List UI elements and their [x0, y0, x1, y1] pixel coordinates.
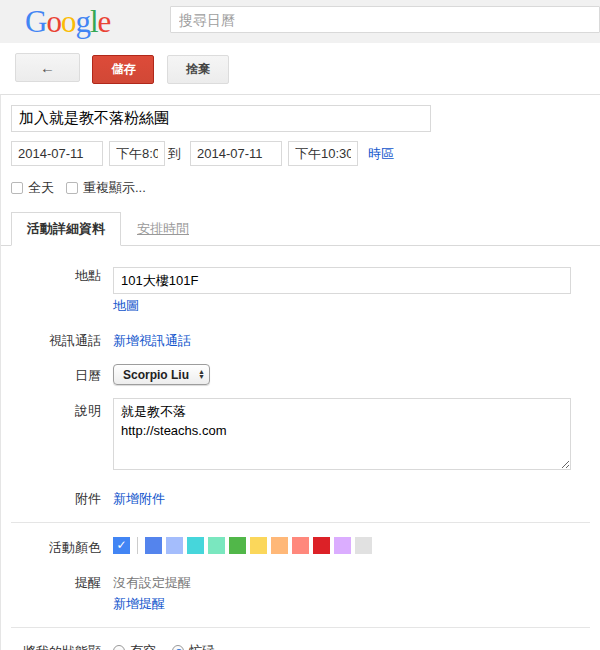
- logo-letter: g: [75, 4, 90, 39]
- repeat-checkbox[interactable]: 重複顯示...: [66, 179, 146, 197]
- reminder-label: 提醒: [11, 570, 113, 592]
- location-label: 地點: [11, 263, 113, 285]
- back-button[interactable]: ←: [15, 53, 80, 82]
- color-swatch[interactable]: [355, 537, 372, 554]
- logo-letter: o: [61, 4, 76, 39]
- color-swatch[interactable]: [271, 537, 288, 554]
- radio-option-label: 有空: [130, 642, 156, 650]
- start-time-input[interactable]: [109, 141, 165, 166]
- action-toolbar: ← 儲存 捨棄: [0, 43, 600, 94]
- select-stepper-icon: ▲▼: [198, 370, 205, 380]
- event-edit-panel: 到 時區 全天 重複顯示... 活動詳細資料 安排時間 地點 地圖 視訊通話 新…: [0, 94, 600, 650]
- end-date-input[interactable]: [190, 141, 282, 166]
- top-header: Google: [0, 0, 600, 43]
- color-palette: ✓: [113, 537, 590, 554]
- radio-icon: [172, 645, 184, 650]
- google-logo: Google: [25, 4, 110, 40]
- location-input[interactable]: [113, 267, 571, 294]
- back-arrow-icon: ←: [40, 59, 55, 76]
- save-button[interactable]: 儲存: [92, 55, 154, 84]
- color-swatch[interactable]: [292, 537, 309, 554]
- calendar-label: 日曆: [11, 363, 113, 385]
- radio-option[interactable]: 忙碌: [172, 642, 215, 650]
- availability-options: 有空忙碌: [113, 642, 231, 650]
- logo-letter: l: [90, 4, 98, 39]
- description-row: 說明 就是教不落 http://steachs.com: [11, 398, 590, 473]
- discard-button[interactable]: 捨棄: [167, 55, 229, 84]
- location-row: 地點 地圖: [11, 263, 590, 315]
- tab-find-time[interactable]: 安排時間: [121, 212, 205, 246]
- color-swatch[interactable]: [145, 537, 162, 554]
- repeat-label: 重複顯示...: [83, 179, 146, 197]
- all-day-label: 全天: [28, 179, 54, 197]
- calendar-selected-value: Scorpio Liu: [123, 368, 189, 382]
- add-reminder-link[interactable]: 新增提醒: [113, 596, 165, 611]
- reminder-status: 沒有設定提醒: [113, 574, 590, 592]
- all-day-repeat-row: 全天 重複顯示...: [11, 179, 590, 197]
- color-swatch[interactable]: [166, 537, 183, 554]
- description-label: 說明: [11, 398, 113, 420]
- selected-color-swatch[interactable]: ✓: [113, 537, 130, 554]
- map-link[interactable]: 地圖: [113, 298, 139, 313]
- video-call-row: 視訊通話 新增視訊通話: [11, 328, 590, 350]
- radio-option-label: 忙碌: [189, 642, 215, 650]
- timezone-link[interactable]: 時區: [368, 145, 394, 163]
- reminder-row: 提醒 沒有設定提醒 新增提醒: [11, 570, 590, 613]
- tab-bar: 活動詳細資料 安排時間: [1, 211, 600, 246]
- tab-event-details[interactable]: 活動詳細資料: [11, 212, 121, 246]
- radio-option[interactable]: 有空: [113, 642, 156, 650]
- logo-letter: G: [25, 4, 46, 39]
- color-swatch[interactable]: [187, 537, 204, 554]
- event-title-input[interactable]: [11, 105, 431, 132]
- attachment-label: 附件: [11, 486, 113, 508]
- section-divider: [11, 627, 590, 628]
- palette-separator: [137, 537, 138, 554]
- logo-letter: e: [98, 4, 111, 39]
- color-swatch[interactable]: [229, 537, 246, 554]
- search-input[interactable]: [170, 6, 600, 33]
- color-swatch[interactable]: [313, 537, 330, 554]
- availability-label: 將我的狀態顯示為: [11, 642, 113, 650]
- event-color-label: 活動顏色: [11, 537, 113, 557]
- to-label: 到: [168, 145, 181, 163]
- when-row: 到 時區: [11, 141, 590, 166]
- color-swatch[interactable]: [250, 537, 267, 554]
- calendar-select[interactable]: Scorpio Liu ▲▼: [113, 364, 210, 385]
- event-color-row: 活動顏色 ✓: [11, 537, 590, 557]
- add-attachment-link[interactable]: 新增附件: [113, 491, 165, 506]
- radio-icon: [113, 645, 125, 650]
- checkbox-icon: [11, 182, 23, 194]
- description-textarea[interactable]: 就是教不落 http://steachs.com: [113, 398, 571, 470]
- color-swatch[interactable]: [208, 537, 225, 554]
- video-call-label: 視訊通話: [11, 328, 113, 350]
- end-time-input[interactable]: [288, 141, 358, 166]
- section-divider: [11, 522, 590, 523]
- calendar-row: 日曆 Scorpio Liu ▲▼: [11, 363, 590, 385]
- start-date-input[interactable]: [11, 141, 103, 166]
- add-video-call-link[interactable]: 新增視訊通話: [113, 333, 191, 348]
- checkbox-icon: [66, 182, 78, 194]
- details-form: 地點 地圖 視訊通話 新增視訊通話 日曆 Scorpio Liu ▲▼: [11, 263, 590, 650]
- logo-letter: o: [46, 4, 61, 39]
- attachment-row: 附件 新增附件: [11, 486, 590, 508]
- all-day-checkbox[interactable]: 全天: [11, 179, 54, 197]
- color-swatch[interactable]: [334, 537, 351, 554]
- availability-row: 將我的狀態顯示為 有空忙碌: [11, 642, 590, 650]
